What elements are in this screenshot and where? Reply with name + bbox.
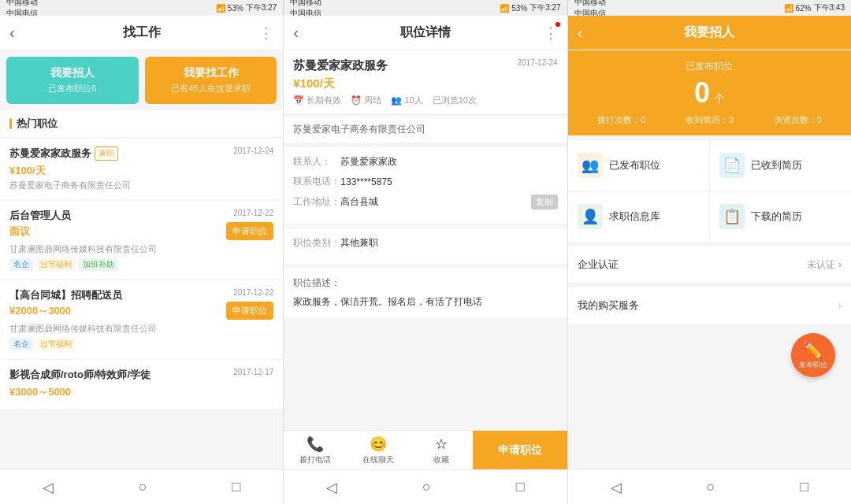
detail-contact-section: 联系人： 苏曼爱家家政 联系电话： 133****5875 工作地址： 高台县城… — [284, 147, 567, 224]
back-icon-2[interactable]: ‹ — [293, 24, 299, 42]
job-title-2: 后台管理人员 — [9, 209, 71, 223]
back-icon-3[interactable]: ‹ — [578, 24, 583, 42]
sub-stat-views: 浏览次数：0 — [774, 114, 822, 126]
nav-bar-1: ‹ 找工作 ⋮ — [0, 16, 283, 50]
nav-recent-btn-3[interactable]: □ — [790, 476, 818, 498]
red-dot-2 — [556, 22, 560, 27]
service-label: 我的购买服务 — [578, 298, 639, 313]
cert-label: 企业认证 — [578, 258, 619, 272]
stats-unit: 个 — [714, 92, 725, 105]
nav-bar-3: ‹ 我要招人 — [568, 16, 851, 50]
top-buttons: 我要招人 已发布职位6 我要找工作 已有45人在这里求职 — [6, 57, 277, 104]
nav-title-1: 找工作 — [123, 24, 161, 41]
received-resumes-icon: 📄 — [719, 153, 745, 178]
meta-views: 已浏览10次 — [433, 94, 477, 106]
bottom-actions: 📞 拨打电话 😊 在线聊天 ☆ 收藏 申请职位 — [284, 430, 567, 469]
job-salary-3: ¥2000～3000 — [9, 304, 122, 318]
signal-2: 📶 53% — [500, 4, 527, 13]
downloaded-resumes-icon: 📋 — [719, 204, 745, 229]
meta-payment: ⏰ 周结 — [351, 94, 381, 106]
phone-row: 联系电话： 133****5875 — [293, 175, 557, 188]
nav-home-btn-3[interactable]: ○ — [697, 476, 724, 498]
job-company-2: 甘肃澜图鼎网络传媒科技有限责任公司 — [9, 243, 273, 255]
job-card-2[interactable]: 后台管理人员 面议 2017-12-22 申请职位 甘肃澜图鼎网络传媒科技有限责… — [0, 201, 283, 279]
nav-recent-btn-1[interactable]: □ — [223, 476, 251, 498]
published-jobs-label: 已发布职位 — [609, 158, 660, 172]
downloaded-resumes-label: 下载的简历 — [751, 209, 802, 224]
call-icon: 📞 — [307, 435, 324, 453]
signal-1: 📶 53% — [216, 4, 243, 13]
time-2: 下午3:27 — [530, 2, 560, 13]
sub-stat-resumes: 收到简历：0 — [686, 114, 734, 126]
address-value: 高台县城 — [340, 195, 530, 209]
menu-published-jobs[interactable]: 👥 已发布职位 — [568, 140, 709, 191]
job-tag-1: 兼职 — [95, 146, 118, 161]
copy-button[interactable]: 复制 — [531, 195, 558, 209]
cert-row[interactable]: 企业认证 未认证 › — [568, 246, 851, 283]
detail-meta: 📅 长期有效 ⏰ 周结 👥 10人 已浏览10次 — [293, 94, 557, 106]
published-jobs-icon: 👥 — [578, 153, 603, 178]
job-title-3: 【高台同城】招聘配送员 — [9, 288, 122, 302]
contact-row: 联系人： 苏曼爱家家政 — [293, 155, 557, 169]
job-card-4[interactable]: 影视合成师/roto师/特效师/学徒 2017-12-17 ¥3000～5000 — [0, 360, 283, 409]
nav-home-btn-1[interactable]: ○ — [129, 476, 157, 498]
address-row: 工作地址： 高台县城 复制 — [293, 195, 557, 209]
job-badges-2: 名企 过节福利 加班补助 — [9, 258, 273, 271]
detail-category-section: 职位类别： 其他兼职 — [284, 228, 567, 264]
nav-back-btn-1[interactable]: ◁ — [33, 476, 63, 499]
job-card-1[interactable]: 苏曼爱家家政服务 兼职 2017-12-24 ¥100/天 苏曼爱家电子商务有限… — [0, 139, 283, 199]
nav-back-btn-3[interactable]: ◁ — [601, 476, 631, 499]
back-icon-1[interactable]: ‹ — [9, 24, 15, 42]
contact-value: 苏曼爱家家政 — [340, 155, 557, 169]
chat-action[interactable]: 😊 在线聊天 — [347, 431, 410, 469]
service-row[interactable]: 我的购买服务 › — [568, 287, 851, 324]
status-bar-2: 中国移动中国电信 📶 53% 下午3:27 — [283, 0, 567, 16]
sub-stats: 拨打次数：0 收到简历：0 浏览次数：0 — [578, 114, 842, 126]
category-value: 其他兼职 — [340, 236, 557, 250]
phone-value: 133****5875 — [340, 176, 557, 187]
publish-job-fab[interactable]: ✏️ 发布职位 — [791, 333, 835, 377]
fab-container: ✏️ 发布职位 — [568, 324, 851, 387]
talent-pool-label: 求职信息库 — [609, 209, 660, 224]
panel-job-detail: ‹ 职位详情 ⋮ 苏曼爱家家政服务 2017-12-24 ¥100/天 📅 长期… — [284, 16, 567, 504]
menu-talent-pool[interactable]: 👤 求职信息库 — [568, 191, 709, 242]
nav-bar-2: ‹ 职位详情 ⋮ — [284, 16, 567, 50]
job-title-1: 苏曼爱家家政服务 — [9, 146, 91, 161]
apply-button[interactable]: 申请职位 — [473, 431, 567, 469]
stats-count-row: 0 个 — [578, 76, 842, 109]
category-row: 职位类别： 其他兼职 — [293, 236, 557, 250]
service-arrow-icon: › — [838, 298, 842, 313]
more-icon-2[interactable]: ⋮ — [544, 24, 558, 42]
received-resumes-label: 已收到简历 — [751, 158, 802, 172]
more-icon-1[interactable]: ⋮ — [259, 24, 273, 42]
recruit-btn[interactable]: 我要招人 已发布职位6 — [6, 57, 139, 104]
nav-recent-btn-2[interactable]: □ — [507, 476, 534, 498]
apply-btn-3[interactable]: 申请职位 — [226, 302, 273, 320]
job-date-4: 2017-12-17 — [233, 368, 273, 376]
detail-header: 苏曼爱家家政服务 2017-12-24 ¥100/天 📅 长期有效 ⏰ 周结 👥… — [284, 50, 567, 115]
nav-title-3: 我要招人 — [684, 24, 734, 41]
meta-duration: 📅 长期有效 — [293, 94, 341, 106]
nav-home-btn-2[interactable]: ○ — [413, 476, 440, 498]
collect-label: 收藏 — [433, 454, 449, 465]
bottom-nav-2: ◁ ○ □ — [284, 469, 567, 504]
panel2-content: 苏曼爱家家政服务 2017-12-24 ¥100/天 📅 长期有效 ⏰ 周结 👥… — [284, 50, 567, 430]
seek-job-btn[interactable]: 我要找工作 已有45人在这里求职 — [145, 57, 277, 104]
chat-label: 在线聊天 — [362, 454, 394, 465]
call-label: 拨打电话 — [299, 454, 331, 465]
job-card-3[interactable]: 【高台同城】招聘配送员 ¥2000～3000 2017-12-22 申请职位 甘… — [0, 280, 283, 358]
address-label: 工作地址： — [293, 195, 340, 209]
menu-received-resumes[interactable]: 📄 已收到简历 — [710, 140, 851, 191]
detail-company: 苏曼爱家电子商务有限责任公司 — [284, 117, 567, 143]
cert-status: 未认证 — [807, 258, 835, 272]
menu-downloaded-resumes[interactable]: 📋 下载的简历 — [710, 191, 851, 242]
meta-headcount: 👥 10人 — [391, 94, 422, 106]
job-title-4: 影视合成师/roto师/特效师/学徒 — [9, 368, 151, 382]
job-date-3: 2017-12-22 — [233, 288, 273, 297]
collect-action[interactable]: ☆ 收藏 — [410, 431, 473, 469]
apply-btn-2[interactable]: 申请职位 — [226, 222, 273, 240]
nav-back-btn-2[interactable]: ◁ — [317, 476, 347, 499]
detail-date: 2017-12-24 — [518, 58, 558, 67]
call-action[interactable]: 📞 拨打电话 — [284, 431, 347, 469]
job-company-1: 苏曼爱家电子商务有限责任公司 — [9, 180, 273, 191]
